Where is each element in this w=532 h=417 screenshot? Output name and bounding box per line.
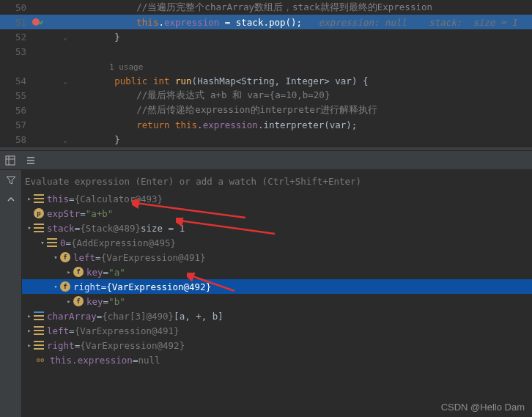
line-number: 51 [0,17,32,28]
chevron-down-icon[interactable]: ▾ [38,239,47,246]
line-number: 54 [0,75,32,86]
object-icon [47,238,57,247]
variable-value: null [138,355,160,366]
code-content: //最后将表达式 a+b 和 var={a=10,b=20} [69,89,330,102]
code-content: //当遍历完整个charArray数组后，stack就得到最终的Expressi… [69,1,432,14]
variable-value: {VarExpression@492} [106,281,211,292]
variable-row[interactable]: ▸right = {VarExpression@492} [22,338,532,353]
variable-row[interactable]: pexpStr = "a+b" [22,206,532,221]
object-icon [34,326,44,335]
chevron-down-icon[interactable]: ▾ [51,254,60,261]
code-line[interactable]: 56 //然后传递给expression的interpreter进行解释执行 [0,103,532,117]
variable-value: {Stack@489} [80,223,141,234]
table-view-icon[interactable] [4,155,16,166]
chevron-down-icon[interactable]: ▾ [51,283,60,290]
fold-icon[interactable]: ⌄ [62,33,69,41]
code-line[interactable]: 50 //当遍历完整个charArray数组后，stack就得到最终的Expre… [0,0,532,15]
line-number: 52 [0,32,32,43]
variable-name: this.expression [50,355,133,366]
chevron-right-icon[interactable]: ▸ [25,195,34,202]
variable-value: {AddExpression@495} [71,237,176,248]
code-line[interactable]: 55 //最后将表达式 a+b 和 var={a=10,b=20} [0,88,532,103]
variable-row[interactable]: ▾0 = {AddExpression@495} [22,235,532,250]
field-icon: f [60,252,70,262]
variable-name: 0 [60,237,66,248]
variable-row[interactable]: ▸fkey = "a" [22,265,532,279]
variable-value: {VarExpression@491} [101,252,206,263]
code-line[interactable]: 51 this.expression = stack.pop(); expres… [0,15,532,29]
variable-row[interactable]: ▸this = {Calculator@493} [22,191,532,206]
filter-icon[interactable] [5,174,17,186]
variable-value: "a" [108,267,125,278]
variable-row[interactable]: ▸charArray = {char[3]@490} [a, +, b] [22,309,532,323]
object-icon [34,194,44,203]
variable-row[interactable]: ▾fright = {VarExpression@492} [22,279,532,294]
line-number: 55 [0,90,32,101]
variable-row[interactable]: oothis.expression = null [22,353,532,367]
variable-row[interactable]: ▾stack = {Stack@489} size = 1 [22,221,532,235]
variable-name: key [86,296,103,307]
chevron-down-icon[interactable]: ▾ [25,224,34,232]
code-content: } [69,134,120,145]
code-line[interactable]: 57 return this.expression.interpreter(va… [0,117,532,132]
variable-value: "b" [108,296,125,307]
fold-icon[interactable]: ⌄ [62,77,69,85]
code-content: 1 usage [69,61,143,72]
debug-body: Evaluate expression (Enter) or add a wat… [0,170,532,417]
variable-row[interactable]: ▸left = {VarExpression@491} [22,323,532,338]
object-icon [34,311,44,320]
variable-value: {char[3]@490} [102,311,174,322]
chevron-right-icon[interactable]: ▸ [25,327,34,334]
line-number: 58 [0,134,32,145]
code-line[interactable]: 58⌄ } [0,132,532,147]
list-view-icon[interactable] [25,155,37,166]
usage-hint[interactable]: 1 usage [70,62,143,72]
variable-name: left [73,252,95,263]
variable-name: right [73,281,101,292]
variable-row[interactable]: ▸fkey = "b" [22,294,532,309]
line-number: 53 [0,46,32,57]
variable-extra: size = 1 [141,223,185,234]
variables-tree[interactable]: Evaluate expression (Enter) or add a wat… [22,170,532,417]
line-number: 56 [0,105,32,116]
field-icon: f [73,296,84,306]
line-number: 50 [0,2,32,13]
variable-name: stack [47,223,75,234]
chevron-right-icon[interactable]: ▸ [25,312,34,320]
fold-icon[interactable]: ⌄ [62,136,69,144]
collapse-icon[interactable] [5,193,17,205]
chevron-right-icon[interactable]: ▸ [64,268,73,276]
code-content: this.expression = stack.pop(); expressio… [69,17,517,28]
variable-name: this [47,193,69,204]
code-content: //然后传递给expression的interpreter进行解释执行 [69,104,377,117]
variable-name: left [47,325,69,336]
watermark: CSDN @Hello Dam [441,402,525,413]
chevron-right-icon[interactable]: ▸ [64,298,73,305]
variable-row[interactable]: ▾fleft = {VarExpression@491} [22,250,532,265]
object-icon [34,341,44,350]
field-icon: f [60,281,70,292]
null-icon: oo [34,355,47,365]
code-line[interactable]: 52⌄ } [0,29,532,44]
variable-value: {VarExpression@492} [80,340,185,351]
code-line[interactable]: 54⌄ public int run(HashMap<String, Integ… [0,73,532,88]
code-content: public int run(HashMap<String, Integer> … [69,75,368,86]
gutter[interactable] [32,18,62,26]
code-line[interactable]: 53 [0,44,532,59]
debug-panel: Evaluate expression (Enter) or add a wat… [0,151,532,417]
code-line[interactable]: 1 usage [0,59,532,73]
svg-rect-0 [6,156,15,165]
param-icon: p [34,208,44,218]
variable-name: key [86,267,103,278]
object-icon [34,224,44,232]
code-content: return this.expression.interpreter(var); [69,119,357,130]
debug-toolbar [0,151,532,170]
watch-prompt[interactable]: Evaluate expression (Enter) or add a wat… [22,173,532,191]
variable-value: "a+b" [86,208,114,219]
chevron-right-icon[interactable]: ▸ [25,342,34,349]
code-editor[interactable]: 50 //当遍历完整个charArray数组后，stack就得到最终的Expre… [0,0,532,147]
line-number: 57 [0,119,32,130]
variable-extra: [a, +, b] [174,311,223,322]
code-content: } [69,32,120,43]
debug-sidebar [0,170,22,417]
